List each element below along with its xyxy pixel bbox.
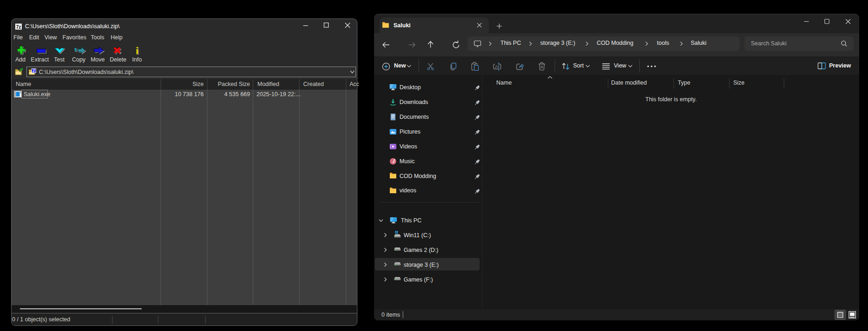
svg-text:Z: Z — [32, 68, 35, 73]
svg-text:A: A — [495, 64, 498, 69]
svg-text:7z: 7z — [16, 25, 21, 30]
svg-text:i: i — [136, 44, 139, 56]
